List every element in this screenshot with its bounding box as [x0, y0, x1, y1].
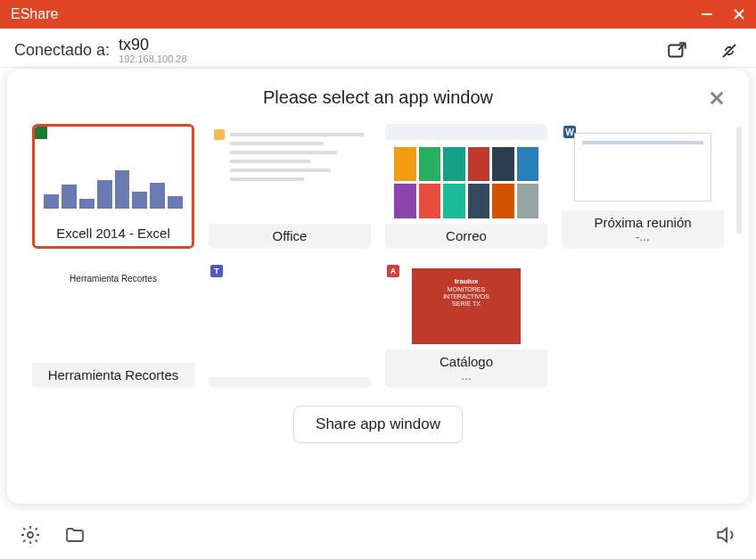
tile-office-thumb: [209, 124, 371, 224]
tile-blank-thumb: T: [209, 263, 371, 377]
teams-icon: T: [210, 265, 223, 277]
overlay-scrollbar[interactable]: [736, 127, 742, 234]
tile-excel-label: Excell 2014 - Excel: [35, 221, 192, 247]
overlay-title: Please select an app window: [263, 87, 493, 108]
pdf-icon: A: [387, 265, 399, 277]
tile-correo-label: Correo: [385, 224, 547, 250]
tile-correo[interactable]: Correo: [385, 124, 547, 249]
svg-rect-3: [669, 45, 682, 56]
app-title: EShare: [11, 6, 58, 22]
tile-snip-thumb: Herramienta Recortes: [32, 263, 194, 363]
tile-excel-thumb: [35, 127, 192, 221]
select-window-overlay: Please select an app window Excell 2014 …: [7, 70, 749, 504]
connection-label: Conectado a:: [14, 41, 110, 60]
volume-icon[interactable]: [713, 522, 738, 547]
svg-point-7: [28, 532, 33, 538]
tile-reunion-thumb: W: [562, 124, 724, 210]
tile-correo-thumb: [385, 124, 547, 224]
tile-catalogo-thumb: A traulux MONITORES INTERACTIVOS SERIE T…: [385, 263, 547, 349]
tile-reunion[interactable]: W Próxima reunión -…: [562, 124, 724, 249]
tile-excel[interactable]: Excell 2014 - Excel: [32, 124, 194, 249]
overlay-close-button[interactable]: [704, 86, 729, 111]
tile-blank[interactable]: T: [209, 263, 371, 388]
tile-catalogo[interactable]: A traulux MONITORES INTERACTIVOS SERIE T…: [385, 263, 547, 388]
title-bar: EShare: [0, 0, 756, 29]
disconnect-icon[interactable]: [717, 38, 742, 63]
bottom-bar: [0, 511, 756, 559]
close-button[interactable]: [729, 4, 749, 24]
svg-line-4: [723, 45, 735, 57]
tile-catalogo-label: Catálogo …: [385, 349, 547, 388]
window-controls: [697, 4, 749, 24]
window-tiles-grid: Excell 2014 - Excel Office Correo W: [32, 124, 724, 388]
connection-device: tx90: [119, 37, 186, 53]
connection-bar: Conectado a: tx90 192.168.100.28: [0, 29, 756, 68]
tile-snip-label: Herramienta Recortes: [32, 363, 194, 389]
settings-icon[interactable]: [18, 522, 43, 547]
share-app-window-button[interactable]: Share app window: [293, 406, 463, 443]
tile-snip[interactable]: Herramienta Recortes Herramienta Recorte…: [32, 263, 194, 388]
tile-reunion-label: Próxima reunión -…: [562, 210, 724, 249]
connection-ip: 192.168.100.28: [119, 54, 186, 65]
connection-info: tx90 192.168.100.28: [119, 37, 186, 64]
tile-blank-label: [209, 377, 371, 388]
overlay-header: Please select an app window: [32, 87, 724, 108]
folder-icon[interactable]: [62, 522, 87, 547]
tile-office[interactable]: Office: [209, 124, 371, 249]
share-icon[interactable]: [665, 38, 690, 63]
tile-office-label: Office: [209, 224, 371, 250]
minimize-button[interactable]: [697, 4, 717, 24]
